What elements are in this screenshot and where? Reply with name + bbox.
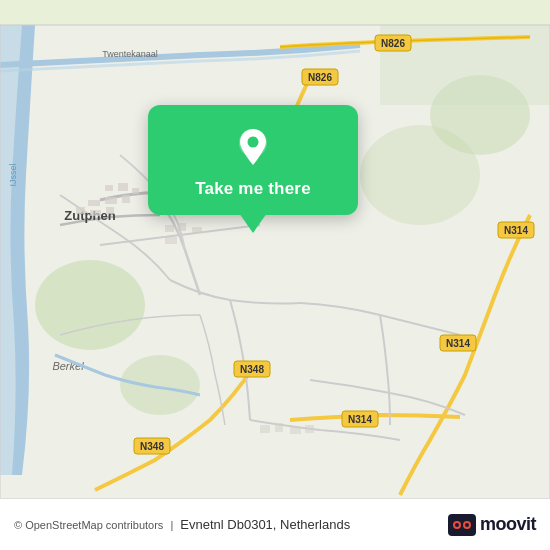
moovit-brand-text: moovit xyxy=(480,514,536,535)
svg-rect-26 xyxy=(105,185,113,191)
map-container: N826 N826 N826 N314 N314 N314 N348 N348 … xyxy=(0,0,550,550)
svg-point-1 xyxy=(35,260,145,350)
svg-rect-35 xyxy=(165,225,174,232)
bottom-bar: © OpenStreetMap contributors | Evnetnl D… xyxy=(0,498,550,550)
svg-rect-38 xyxy=(165,237,177,244)
svg-rect-37 xyxy=(192,227,202,233)
moovit-logo: moovit xyxy=(448,514,536,536)
location-text: Evnetnl Db0301, Netherlands xyxy=(180,517,350,532)
svg-rect-31 xyxy=(88,200,100,206)
svg-text:N348: N348 xyxy=(140,441,164,452)
svg-rect-27 xyxy=(118,183,128,191)
svg-rect-36 xyxy=(178,223,186,231)
svg-point-2 xyxy=(120,355,200,415)
svg-text:Twentekanaal: Twentekanaal xyxy=(102,49,158,59)
svg-rect-28 xyxy=(132,188,139,194)
svg-text:N826: N826 xyxy=(308,72,332,83)
svg-text:N348: N348 xyxy=(240,364,264,375)
popup-label: Take me there xyxy=(195,179,311,199)
svg-rect-41 xyxy=(290,427,301,434)
svg-point-50 xyxy=(465,523,469,527)
separator: | xyxy=(167,519,176,531)
svg-rect-42 xyxy=(305,425,314,433)
svg-text:N314: N314 xyxy=(446,338,470,349)
svg-rect-34 xyxy=(106,207,114,214)
svg-rect-32 xyxy=(76,207,85,214)
svg-text:IJssel: IJssel xyxy=(8,163,18,186)
svg-rect-40 xyxy=(275,423,283,432)
svg-point-49 xyxy=(455,523,459,527)
svg-text:N314: N314 xyxy=(348,414,372,425)
map-svg: N826 N826 N826 N314 N314 N314 N348 N348 … xyxy=(0,0,550,550)
svg-rect-30 xyxy=(122,195,130,203)
take-me-there-popup[interactable]: Take me there xyxy=(148,105,358,215)
svg-text:N314: N314 xyxy=(504,225,528,236)
svg-rect-29 xyxy=(105,197,117,204)
bottom-left-info: © OpenStreetMap contributors | Evnetnl D… xyxy=(14,517,350,532)
svg-rect-46 xyxy=(448,514,476,536)
svg-point-45 xyxy=(248,137,259,148)
svg-rect-33 xyxy=(90,210,101,216)
location-pin-icon xyxy=(231,125,275,169)
svg-rect-39 xyxy=(260,425,270,433)
copyright-text: © OpenStreetMap contributors xyxy=(14,519,163,531)
svg-text:N826: N826 xyxy=(381,38,405,49)
moovit-icon xyxy=(448,514,476,536)
